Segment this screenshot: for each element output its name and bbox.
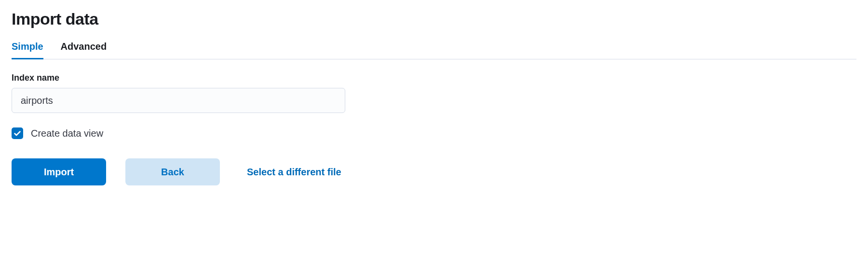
tab-advanced[interactable]: Advanced: [61, 37, 107, 59]
index-name-label: Index name: [12, 73, 856, 83]
check-icon: [14, 129, 21, 137]
tab-simple[interactable]: Simple: [12, 37, 43, 59]
import-button[interactable]: Import: [12, 158, 106, 185]
select-different-file-link[interactable]: Select a different file: [247, 167, 341, 178]
form-area: Index name Create data view Import Back …: [12, 73, 856, 185]
create-data-view-label: Create data view: [31, 128, 103, 139]
index-name-input[interactable]: [12, 88, 345, 113]
page-title: Import data: [12, 10, 856, 28]
tabs: Simple Advanced: [12, 37, 856, 59]
back-button[interactable]: Back: [125, 158, 220, 185]
create-data-view-checkbox[interactable]: [12, 127, 23, 139]
